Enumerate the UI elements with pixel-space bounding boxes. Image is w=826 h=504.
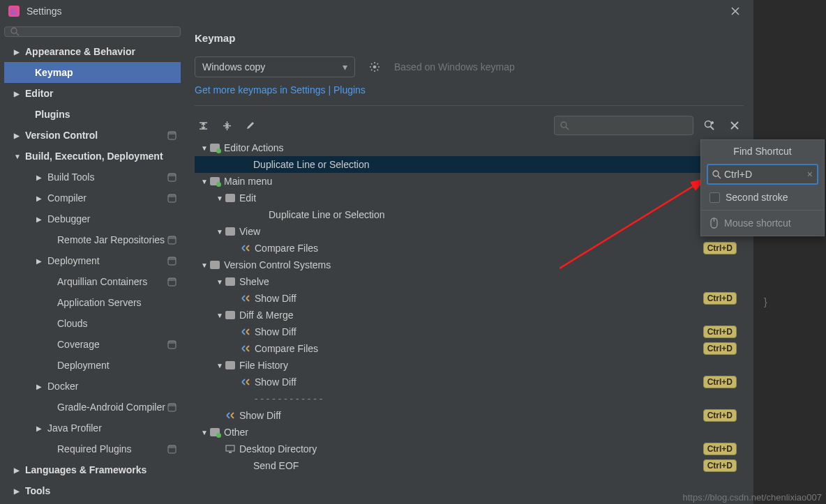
chevron-right-icon: ▶ <box>14 90 21 98</box>
sidebar-item-debugger[interactable]: ▶Debugger <box>4 208 181 229</box>
sidebar-item-remote-jar-repositories[interactable]: Remote Jar Repositories <box>4 229 181 250</box>
second-stroke-checkbox[interactable]: Second stroke <box>701 190 824 210</box>
expand-all-button[interactable] <box>195 117 211 134</box>
sidebar-item-languages-frameworks[interactable]: ▶Languages & Frameworks <box>4 459 181 480</box>
sidebar-item-build-execution-deployment[interactable]: ▼Build, Execution, Deployment <box>4 146 181 167</box>
divider <box>195 105 744 106</box>
gear-icon <box>167 236 177 245</box>
sidebar-item-label: Java Profiler <box>47 422 102 434</box>
chevron-down-icon: ▾ <box>343 61 347 72</box>
sidebar-item-label: Remote Jar Repositories <box>57 234 165 245</box>
sidebar-item-clouds[interactable]: Clouds <box>4 313 181 334</box>
sidebar-item-label: Coverage <box>57 339 100 350</box>
action-label: Show Diff <box>239 410 281 421</box>
sidebar-item-keymap[interactable]: Keymap <box>4 62 181 83</box>
sidebar-item-label: Gradle-Android Compiler <box>57 402 165 413</box>
action-desktop-directory[interactable]: Desktop DirectoryCtrl+D <box>195 441 744 457</box>
sidebar-item-coverage[interactable]: Coverage <box>4 334 181 355</box>
action-version-control-systems[interactable]: ▼Version Control Systems <box>195 257 744 273</box>
action-show-diff[interactable]: Show DiffCtrl+D <box>195 407 744 424</box>
sidebar-item-label: Appearance & Behavior <box>25 46 135 57</box>
folder-icon <box>225 361 235 369</box>
svg-rect-23 <box>226 445 234 451</box>
close-button[interactable] <box>726 1 745 21</box>
action-main-menu[interactable]: ▼Main menu <box>195 173 744 190</box>
svg-point-21 <box>705 121 712 128</box>
keymap-scheme-select[interactable]: Windows copy ▾ <box>195 56 355 77</box>
collapse-all-button[interactable] <box>218 117 235 134</box>
action-separator[interactable]: ------------ <box>195 390 744 407</box>
shortcut-badge: Ctrl+D <box>703 459 737 472</box>
shortcut-input[interactable]: Ctrl+D × <box>707 164 818 185</box>
gear-icon <box>167 194 177 203</box>
action-view[interactable]: ▼View <box>195 223 744 240</box>
sidebar-item-version-control[interactable]: ▶Version Control <box>4 125 181 146</box>
action-editor-actions[interactable]: ▼Editor Actions <box>195 139 744 156</box>
sidebar-item-label: Deployment <box>47 255 100 266</box>
action-diff-merge[interactable]: ▼Diff & Merge <box>195 307 744 323</box>
sidebar-item-plugins[interactable]: Plugins <box>4 104 181 125</box>
gear-icon <box>167 445 177 454</box>
svg-rect-18 <box>168 445 176 448</box>
sidebar-item-docker[interactable]: ▶Docker <box>4 376 181 397</box>
chevron-right-icon: ▶ <box>36 425 43 432</box>
sidebar-item-arquillian-containers[interactable]: Arquillian Containers <box>4 271 181 292</box>
sidebar-item-deployment[interactable]: Deployment <box>4 355 181 376</box>
sidebar-item-label: Keymap <box>35 67 73 78</box>
sidebar-item-application-servers[interactable]: Application Servers <box>4 292 181 313</box>
get-more-keymaps-link[interactable]: Get more keymaps in Settings | Plugins <box>195 84 744 96</box>
sidebar-item-label: Required Plugins <box>57 443 132 455</box>
chevron-right-icon: ▶ <box>36 174 43 181</box>
sidebar-item-label: Version Control <box>25 130 98 141</box>
folder-icon <box>210 261 220 269</box>
action-duplicate-line-or-selection[interactable]: Duplicate Line or Selection <box>195 206 744 223</box>
chevron-icon: ▼ <box>200 429 209 436</box>
action-icon <box>241 243 250 253</box>
action-compare-files[interactable]: Compare FilesCtrl+D <box>195 240 744 257</box>
chevron-icon: ▼ <box>216 228 224 236</box>
gear-icon <box>167 131 177 140</box>
sidebar-item-editor[interactable]: ▶Editor <box>4 83 181 104</box>
action-label: Send EOF <box>253 460 299 471</box>
sidebar-item-gradle-android-compiler[interactable]: Gradle-Android Compiler <box>4 397 181 418</box>
desktop-icon <box>225 444 235 454</box>
sidebar-item-deployment[interactable]: ▶Deployment <box>4 250 181 271</box>
sidebar-item-appearance-behavior[interactable]: ▶Appearance & Behavior <box>4 41 181 62</box>
svg-rect-2 <box>168 132 176 135</box>
folder-icon <box>225 277 235 286</box>
separator-dashes: ------------ <box>253 393 324 404</box>
action-compare-files[interactable]: Compare FilesCtrl+D <box>195 340 744 357</box>
action-show-diff[interactable]: Show DiffCtrl+D <box>195 290 744 307</box>
action-toolbar <box>195 116 744 135</box>
svg-point-22 <box>711 121 714 124</box>
action-shelve[interactable]: ▼Shelve <box>195 273 744 290</box>
action-label: Duplicate Line or Selection <box>253 159 370 170</box>
sidebar-item-tools[interactable]: ▶Tools <box>4 480 181 501</box>
action-show-diff[interactable]: Show DiffCtrl+D <box>195 374 744 390</box>
action-edit[interactable]: ▼Edit <box>195 190 744 206</box>
clear-input-icon[interactable]: × <box>807 169 813 180</box>
action-show-diff[interactable]: Show DiffCtrl+D <box>195 323 744 340</box>
clear-search-button[interactable] <box>726 116 744 135</box>
action-file-history[interactable]: ▼File History <box>195 357 744 374</box>
action-tree[interactable]: ▼Editor ActionsDuplicate Line or Selecti… <box>195 139 744 504</box>
shortcut-badge: Ctrl+D <box>703 376 737 388</box>
mouse-shortcut-button[interactable]: Mouse shortcut <box>701 211 824 236</box>
edit-button[interactable] <box>242 117 259 134</box>
sidebar-item-compiler[interactable]: ▶Compiler <box>4 188 181 208</box>
action-send-eof[interactable]: Send EOFCtrl+D <box>195 457 744 474</box>
sidebar-item-required-plugins[interactable]: Required Plugins <box>4 438 181 459</box>
sidebar-item-java-profiler[interactable]: ▶Java Profiler <box>4 418 181 438</box>
chevron-icon: ▼ <box>200 261 209 269</box>
find-shortcut-button[interactable] <box>700 116 719 135</box>
svg-point-0 <box>11 28 17 33</box>
chevron-right-icon: ▶ <box>14 487 21 495</box>
action-icon <box>241 377 250 387</box>
action-other[interactable]: ▼Other <box>195 424 744 441</box>
scheme-gear-button[interactable] <box>365 57 384 77</box>
sidebar-search-input[interactable] <box>4 26 181 37</box>
search-icon <box>10 27 20 36</box>
action-duplicate-line-or-selection[interactable]: Duplicate Line or Selection <box>195 156 744 173</box>
action-search-input[interactable] <box>554 116 693 135</box>
sidebar-item-build-tools[interactable]: ▶Build Tools <box>4 167 181 188</box>
